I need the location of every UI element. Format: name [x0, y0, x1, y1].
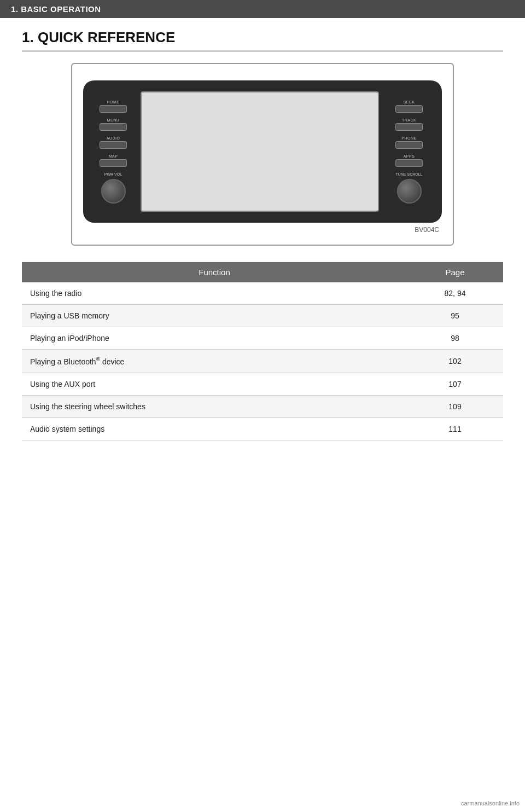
table-row: Using the radio82, 94 — [22, 282, 503, 305]
table-cell-function: Playing a Bluetooth® device — [22, 350, 407, 373]
table-cell-page: 107 — [407, 373, 503, 395]
table-row: Audio system settings111 — [22, 417, 503, 440]
table-cell-page: 98 — [407, 327, 503, 350]
table-header-row: Function Page — [22, 262, 503, 282]
table-cell-function: Using the AUX port — [22, 373, 407, 395]
device-screen — [141, 91, 379, 212]
table-row: Playing a USB memory95 — [22, 305, 503, 327]
table-cell-function: Using the radio — [22, 282, 407, 305]
left-buttons: HOME MENU AUDIO MAP PWR VOL — [94, 100, 132, 204]
btn-menu: MENU — [94, 118, 132, 131]
btn-map: MAP — [94, 154, 132, 167]
table-cell-function: Audio system settings — [22, 417, 407, 440]
table-cell-function: Using the steering wheel switches — [22, 395, 407, 417]
table-cell-page: 111 — [407, 417, 503, 440]
table-row: Playing a Bluetooth® device102 — [22, 350, 503, 373]
table-cell-function: Playing a USB memory — [22, 305, 407, 327]
btn-track: TRACK — [387, 118, 431, 131]
tune-scroll-knob — [397, 179, 422, 204]
btn-audio: AUDIO — [94, 136, 132, 149]
col-header-function: Function — [22, 262, 407, 282]
table-cell-page: 109 — [407, 395, 503, 417]
left-knob-area: PWR VOL — [94, 172, 132, 204]
col-header-page: Page — [407, 262, 503, 282]
image-caption: BV004C — [83, 226, 442, 234]
table-cell-page: 82, 94 — [407, 282, 503, 305]
top-bar: 1. BASIC OPERATION — [0, 0, 525, 18]
btn-phone: PHONE — [387, 136, 431, 149]
right-knob-area: TUNE SCROLL — [387, 172, 431, 204]
right-buttons: SEEK TRACK PHONE APPS TUNE SCROLL — [387, 100, 431, 204]
reference-table: Function Page Using the radio82, 94Playi… — [22, 262, 503, 440]
btn-home: HOME — [94, 100, 132, 113]
pwr-vol-knob — [101, 179, 126, 204]
section-title: 1. QUICK REFERENCE — [22, 29, 503, 52]
table-row: Using the steering wheel switches109 — [22, 395, 503, 417]
btn-apps: APPS — [387, 154, 431, 167]
table-cell-page: 102 — [407, 350, 503, 373]
table-cell-function: Playing an iPod/iPhone — [22, 327, 407, 350]
top-bar-text: 1. BASIC OPERATION — [11, 4, 101, 14]
btn-seek: SEEK — [387, 100, 431, 113]
table-cell-page: 95 — [407, 305, 503, 327]
table-row: Using the AUX port107 — [22, 373, 503, 395]
device-image: HOME MENU AUDIO MAP PWR VOL — [71, 63, 454, 246]
table-row: Playing an iPod/iPhone98 — [22, 327, 503, 350]
device-unit: HOME MENU AUDIO MAP PWR VOL — [83, 80, 442, 223]
watermark: carmanualsonline.info — [461, 800, 520, 807]
